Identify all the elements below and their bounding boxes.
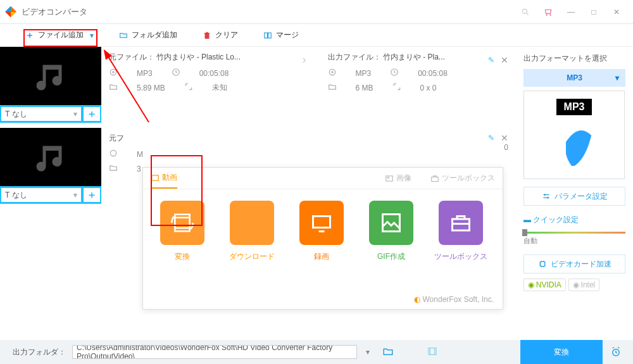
subtitle-select[interactable]: T なし ▾ — [1, 107, 81, 121]
chip-intel: ◉ Intel — [568, 279, 599, 291]
parameter-settings-label: パラメータ設定 — [555, 191, 608, 202]
popup-record-label: 録画 — [292, 251, 351, 262]
format-preview[interactable]: MP3 — [523, 91, 625, 179]
gpu-label: ビデオカード加速 — [551, 259, 611, 270]
cd-icon — [548, 118, 601, 172]
close-button[interactable]: ✕ — [605, 3, 628, 21]
popup-toolbox[interactable]: ツールボックス — [432, 201, 490, 262]
tab-image[interactable]: 画像 — [385, 168, 411, 189]
alarm-button[interactable] — [605, 340, 627, 364]
tab-toolbox[interactable]: ツールボックス — [430, 168, 495, 189]
clock-icon — [390, 68, 399, 78]
trash-icon — [203, 31, 211, 40]
svg-point-3 — [550, 15, 551, 15]
list-item: T なし ▾ ＋ 元ファイル： 竹内まりや - Plastic Lo... MP… — [0, 47, 516, 128]
chevron-down-icon[interactable]: ▾ — [363, 348, 372, 356]
source-filename: 元ファイル： 竹内まりや - Plastic Lo... — [109, 52, 290, 63]
image-icon — [385, 174, 394, 183]
thumbnail[interactable] — [0, 128, 101, 186]
add-subtitle-button[interactable]: ＋ — [84, 107, 100, 121]
output-folder-path[interactable]: C:\Users\Administrator\Videos\WonderFox … — [72, 345, 357, 359]
film-icon[interactable] — [423, 346, 442, 359]
remove-item-button[interactable]: ✕ — [501, 55, 508, 65]
chevron-down-icon[interactable]: ▾ — [90, 31, 94, 40]
toolbox-icon — [430, 174, 439, 183]
popup-gif-label: GIF作成 — [362, 251, 420, 262]
edit-icon[interactable]: ✎ — [488, 56, 494, 65]
popup-download[interactable]: ダウンロード — [223, 201, 281, 262]
popup-footer: ◐ WonderFox Soft, Inc. — [414, 295, 494, 304]
tab-image-label: 画像 — [396, 173, 411, 184]
arrow-right-icon: › — [303, 52, 315, 66]
source-duration: 00:05:08 — [199, 69, 229, 78]
subtitle-value: なし — [12, 109, 27, 120]
svg-point-2 — [546, 15, 547, 15]
svg-point-12 — [110, 150, 116, 156]
record-icon — [310, 211, 333, 234]
sidebar: 出力フォーマットを選択 MP3 MP3 パラメータ設定 ▬ クイック設定 自動 … — [516, 47, 633, 339]
chevron-down-icon: ▾ — [73, 191, 77, 199]
popup-toolbox-label: ツールボックス — [432, 251, 490, 262]
svg-rect-16 — [432, 177, 439, 181]
subtitle-bar: T なし ▾ ＋ — [0, 186, 101, 204]
video-icon — [151, 173, 160, 182]
source-resolution: 未知 — [212, 82, 227, 93]
output-filename: 出力ファイル： 竹内まりや - Pla... — [328, 52, 482, 63]
resolution-icon — [184, 82, 193, 93]
add-folder-button[interactable]: フォルダ追加 — [119, 30, 177, 41]
clear-label: クリア — [215, 30, 238, 41]
remove-item-button[interactable]: ✕ — [501, 133, 508, 143]
minimize-button[interactable]: — — [560, 3, 582, 21]
folder-icon — [109, 163, 118, 174]
output-duration: 00:05:08 — [418, 69, 448, 78]
add-folder-label: フォルダ追加 — [132, 30, 177, 41]
popup-convert-label: 変換 — [153, 251, 211, 262]
add-file-label: ファイル追加 — [38, 30, 84, 41]
convert-button[interactable]: 変換 — [520, 340, 603, 364]
popup-gif[interactable]: GIF作成 — [362, 201, 420, 262]
svg-point-15 — [387, 177, 389, 178]
output-format: MP3 — [356, 69, 372, 78]
text-icon: T — [5, 110, 9, 118]
format-select[interactable]: MP3 — [523, 69, 625, 87]
svg-line-1 — [527, 13, 529, 15]
add-subtitle-button[interactable]: ＋ — [84, 188, 100, 202]
titlebar: ビデオコンバータ — □ ✕ — [0, 0, 633, 24]
chip-icon — [538, 260, 547, 268]
plus-icon: ＋ — [25, 30, 34, 41]
text-icon: T — [5, 191, 9, 199]
arrow-right-icon — [303, 133, 315, 134]
svg-rect-17 — [313, 217, 330, 228]
merge-icon — [263, 31, 272, 40]
open-folder-button[interactable] — [379, 346, 398, 359]
merge-button[interactable]: マージ — [263, 30, 299, 41]
svg-rect-13 — [152, 175, 159, 180]
tab-toolbox-label: ツールボックス — [442, 173, 495, 184]
convert-icon — [170, 210, 195, 235]
clear-button[interactable]: クリア — [203, 30, 238, 41]
format-icon — [328, 68, 337, 78]
parameter-settings-button[interactable]: パラメータ設定 — [523, 187, 625, 206]
popup-convert[interactable]: 変換 — [153, 201, 211, 262]
add-file-button[interactable]: ＋ ファイル追加 ▾ — [25, 30, 94, 41]
gpu-acceleration-button[interactable]: ビデオカード加速 — [523, 254, 625, 273]
clock-icon — [172, 68, 180, 78]
source-format: MP3 — [137, 69, 153, 78]
slider-label: 自動 — [523, 236, 625, 246]
popup-record[interactable]: 録画 — [292, 201, 351, 262]
thumbnail[interactable] — [0, 47, 101, 105]
format-icon — [109, 149, 118, 160]
quality-slider[interactable] — [523, 232, 625, 234]
edit-icon[interactable]: ✎ — [488, 134, 494, 142]
search-icon[interactable] — [514, 3, 537, 21]
cart-icon[interactable] — [537, 3, 560, 21]
slider-handle[interactable] — [522, 229, 527, 236]
chip-nvidia: ◉ NVIDIA — [523, 279, 566, 291]
gpu-chips: ◉ NVIDIA ◉ Intel — [523, 279, 625, 291]
output-size: 6 MB — [356, 84, 373, 92]
tab-video[interactable]: 動画 — [151, 168, 177, 189]
subtitle-select[interactable]: T なし ▾ — [1, 188, 81, 202]
download-icon — [241, 211, 263, 234]
sliders-icon — [542, 192, 551, 201]
maximize-button[interactable]: □ — [582, 3, 605, 21]
